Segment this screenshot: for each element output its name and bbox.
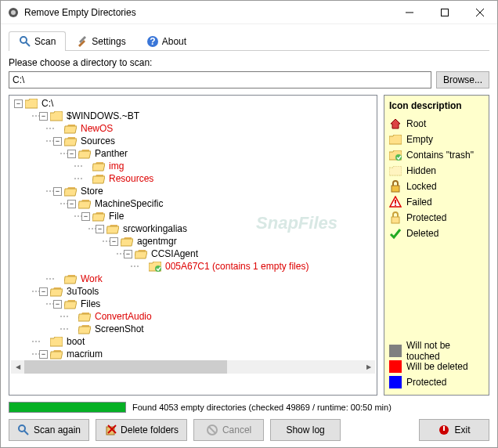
tree-node-label: NewOS <box>79 122 114 135</box>
tree-toggle[interactable]: − <box>53 187 62 196</box>
tree-toggle[interactable]: − <box>39 287 48 296</box>
window-title: Remove Empty Directories <box>24 7 392 18</box>
tree-node[interactable]: ⋯−Sources <box>11 135 375 147</box>
legend-label: Locked <box>406 181 437 192</box>
legend-color-item: Will not be touched <box>389 343 484 359</box>
tree-toggle[interactable]: − <box>67 150 76 158</box>
tree-node[interactable]: −C:\ <box>11 97 375 110</box>
tree-toggle[interactable]: − <box>124 250 132 258</box>
tab-settings[interactable]: Settings <box>66 31 135 51</box>
tree-toggle[interactable]: − <box>53 300 62 309</box>
tree-node-label: srcworkingalias <box>121 222 189 235</box>
tree-toggle[interactable]: − <box>67 200 76 208</box>
legend-item: Hidden <box>389 163 484 179</box>
tree-toggle[interactable]: − <box>39 350 48 359</box>
tree-toggle[interactable]: − <box>39 112 48 121</box>
protected-icon <box>389 211 402 224</box>
minimize-button[interactable] <box>392 1 427 24</box>
legend-item: Locked <box>389 179 484 194</box>
svg-line-17 <box>24 431 28 435</box>
tree-node-label: CCSIAgent <box>150 247 200 260</box>
tab-label: Settings <box>92 36 125 47</box>
empty-icon <box>389 133 402 146</box>
folder-icon <box>64 274 77 284</box>
tab-scan[interactable]: Scan <box>9 31 66 51</box>
folder-icon <box>64 299 77 309</box>
browse-button[interactable]: Browse... <box>436 71 489 89</box>
horizontal-scrollbar[interactable]: ◀ ▶ <box>11 360 375 374</box>
close-button[interactable] <box>462 1 497 24</box>
tree-toggle[interactable]: − <box>53 137 62 146</box>
cancel-button[interactable]: Cancel <box>193 419 264 441</box>
svg-rect-12 <box>392 186 399 192</box>
tree-node[interactable]: ⋯−CCSIAgent <box>11 247 375 260</box>
tree-node-label: $WINDOWS.~BT <box>65 110 141 122</box>
tree-node[interactable]: ⋯−MachineSpecific <box>11 197 375 210</box>
scroll-left-button[interactable]: ◀ <box>11 360 24 374</box>
legend-item: Root <box>389 116 484 132</box>
search-icon <box>17 424 30 436</box>
folder-icon <box>78 312 91 322</box>
status-text: Found 4053 empty directories (checked 49… <box>132 403 392 412</box>
color-swatch <box>389 360 402 373</box>
tree-node[interactable]: ⋯−Panther <box>11 147 375 160</box>
legend-item: Protected <box>389 210 484 226</box>
tree-node-label: boot <box>65 335 86 348</box>
folder-icon <box>92 174 105 184</box>
tree-node-label: img <box>107 160 125 172</box>
tree-node[interactable]: ⋯−3uTools <box>11 285 375 298</box>
show-log-button[interactable]: Show log <box>270 419 341 441</box>
tree-toggle[interactable]: − <box>96 225 104 233</box>
tree-toggle[interactable]: − <box>81 212 90 221</box>
directory-input[interactable] <box>9 71 431 89</box>
tree-node[interactable]: ⋯−srcworkingalias <box>11 222 375 235</box>
tree-node-label: Resources <box>107 172 155 185</box>
tree-node[interactable]: ⋯ScreenShot <box>11 323 375 335</box>
tree-node-label: 005A67C1 (contains 1 empty files) <box>164 260 310 273</box>
tree-node[interactable]: ⋯Work <box>11 273 375 285</box>
trash-icon <box>389 149 402 161</box>
delete-folders-button[interactable]: Delete folders <box>96 419 187 441</box>
scroll-right-button[interactable]: ▶ <box>362 360 375 374</box>
tree-node[interactable]: ⋯boot <box>11 335 375 348</box>
folder-icon <box>92 161 105 172</box>
tree-node[interactable]: ⋯ConvertAudio <box>11 310 375 323</box>
legend-color-item: Protected <box>389 374 484 390</box>
scan-again-button[interactable]: Scan again <box>9 419 89 441</box>
legend-title: Icon description <box>389 100 484 111</box>
tree-node[interactable]: ⋯−$WINDOWS.~BT <box>11 110 375 122</box>
tree-toggle[interactable]: − <box>110 237 118 246</box>
folder-icon <box>50 111 63 121</box>
tree-node-label: agentmgr <box>135 235 179 247</box>
tree-node[interactable]: ⋯−macrium <box>11 348 375 360</box>
legend-label: Failed <box>406 197 432 208</box>
folder-icon <box>78 149 91 159</box>
progress-bar <box>9 402 126 413</box>
folder-icon <box>50 337 63 347</box>
app-icon <box>7 6 20 19</box>
tree-node[interactable]: ⋯NewOS <box>11 122 375 135</box>
tree-node-label: Panther <box>93 147 129 160</box>
tree-node[interactable]: ⋯−agentmgr <box>11 235 375 247</box>
svg-line-22 <box>209 427 215 433</box>
tree-node[interactable]: ⋯005A67C1 (contains 1 empty files) <box>11 260 375 273</box>
exit-button[interactable]: Exit <box>419 419 489 441</box>
folder-icon <box>64 124 77 134</box>
deleted-icon <box>389 227 402 240</box>
color-swatch <box>389 376 402 388</box>
directory-label: Please choose a directory to scan: <box>9 57 489 68</box>
svg-line-7 <box>26 42 30 46</box>
tree-node[interactable]: ⋯−Files <box>11 298 375 310</box>
tree-node[interactable]: ⋯−Store <box>11 185 375 197</box>
tree-node[interactable]: ⋯Resources <box>11 172 375 185</box>
maximize-button[interactable] <box>427 1 462 24</box>
folder-icon <box>64 136 77 146</box>
tab-about[interactable]: ? About <box>136 31 197 51</box>
tree-view[interactable]: SnapFiles −C:\⋯−$WINDOWS.~BT⋯NewOS⋯−Sour… <box>9 95 377 396</box>
tree-toggle[interactable]: − <box>14 99 23 108</box>
scrollbar-thumb[interactable] <box>24 360 227 374</box>
legend-label: Deleted <box>406 228 438 239</box>
tree-node[interactable]: ⋯img <box>11 160 375 172</box>
folder-icon <box>135 249 147 259</box>
tree-node[interactable]: ⋯−File <box>11 210 375 222</box>
